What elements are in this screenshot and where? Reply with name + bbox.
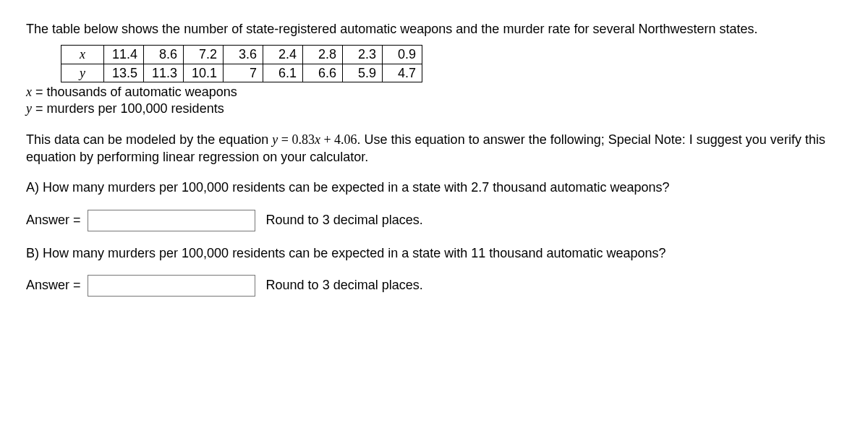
- y-definition: y = murders per 100,000 residents: [26, 101, 842, 117]
- question-container: The table below shows the number of stat…: [26, 20, 842, 297]
- x-def-text: = thousands of automatic weapons: [32, 85, 237, 99]
- answer-label-b: Answer =: [26, 278, 81, 292]
- model-equation: y = 0.83x + 4.06: [272, 132, 357, 147]
- cell: 13.5: [104, 64, 144, 82]
- cell: 6.6: [303, 64, 343, 82]
- cell: 2.3: [343, 46, 383, 64]
- cell: 0.9: [383, 46, 422, 64]
- answer-label-a: Answer =: [26, 213, 81, 227]
- model-prefix: This data can be modeled by the equation: [26, 132, 272, 147]
- var-y: y: [26, 101, 32, 116]
- part-b-prompt: B) How many murders per 100,000 resident…: [26, 244, 842, 262]
- answer-hint-b: Round to 3 decimal places.: [266, 278, 423, 292]
- intro-text: The table below shows the number of stat…: [26, 20, 842, 38]
- cell: 6.1: [263, 64, 303, 82]
- part-b-answer-row: Answer = Round to 3 decimal places.: [26, 275, 842, 297]
- cell: 11.3: [144, 64, 184, 82]
- cell: 7: [224, 64, 263, 82]
- variable-definitions: x = thousands of automatic weapons y = m…: [26, 84, 842, 118]
- x-definition: x = thousands of automatic weapons: [26, 84, 842, 101]
- table-row: x 11.4 8.6 7.2 3.6 2.4 2.8 2.3 0.9: [61, 46, 422, 64]
- cell: 3.6: [224, 46, 263, 64]
- cell: 5.9: [343, 64, 383, 82]
- cell: 2.8: [303, 46, 343, 64]
- cell: 10.1: [184, 64, 224, 82]
- row-header-x: x: [61, 46, 104, 64]
- y-def-text: = murders per 100,000 residents: [32, 101, 224, 116]
- cell: 4.7: [383, 64, 422, 82]
- row-header-y: y: [61, 64, 104, 82]
- answer-input-b[interactable]: [88, 275, 255, 297]
- part-a-prompt: A) How many murders per 100,000 resident…: [26, 179, 842, 196]
- cell: 11.4: [104, 46, 144, 64]
- cell: 7.2: [184, 46, 224, 64]
- cell: 2.4: [263, 46, 303, 64]
- model-paragraph: This data can be modeled by the equation…: [26, 131, 842, 166]
- cell: 8.6: [144, 46, 184, 64]
- part-a-answer-row: Answer = Round to 3 decimal places.: [26, 210, 842, 231]
- var-x: x: [26, 85, 32, 99]
- table-row: y 13.5 11.3 10.1 7 6.1 6.6 5.9 4.7: [61, 64, 422, 82]
- answer-input-a[interactable]: [88, 210, 255, 231]
- answer-hint-a: Round to 3 decimal places.: [266, 213, 423, 227]
- data-table: x 11.4 8.6 7.2 3.6 2.4 2.8 2.3 0.9 y 13.…: [61, 45, 422, 82]
